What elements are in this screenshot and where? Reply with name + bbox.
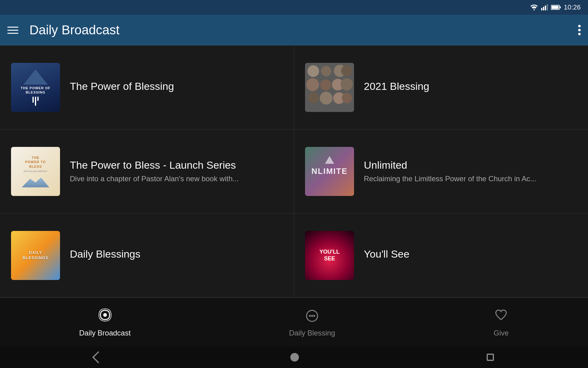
item-info: 2021 Blessing <box>364 80 577 95</box>
svg-rect-0 <box>541 8 542 10</box>
status-bar: 10:26 <box>0 0 588 15</box>
svg-rect-6 <box>552 6 559 9</box>
item-info: Unlimited Reclaiming the Limitless Power… <box>364 159 577 184</box>
item-info: The Power to Bless - Launch Series Dive … <box>70 159 283 184</box>
svg-point-9 <box>309 315 311 317</box>
bottom-nav: Daily Broadcast Daily Blessing Give <box>0 297 588 347</box>
svg-point-7 <box>103 313 107 317</box>
hamburger-menu-icon[interactable] <box>7 27 18 34</box>
top-bar-left: Daily Broadcast <box>7 23 119 37</box>
item-info: You'll See <box>364 248 577 263</box>
svg-rect-2 <box>545 6 546 10</box>
heart-icon <box>493 307 509 326</box>
nav-item-give[interactable]: Give <box>481 304 521 340</box>
item-info: The Power of Blessing <box>70 80 283 95</box>
list-item[interactable]: THE POWER OFBLESSING The Power of Blessi… <box>0 46 294 130</box>
item-subtitle: Dive into a chapter of Pastor Alan's new… <box>70 174 283 184</box>
item-title: 2021 Blessing <box>364 80 577 92</box>
list-item[interactable]: YOU'LLSEE You'll See <box>294 213 588 297</box>
page-title: Daily Broadcast <box>29 23 119 37</box>
home-button[interactable] <box>290 353 299 362</box>
nav-label-daily-blessing: Daily Blessing <box>289 329 335 337</box>
home-icon <box>290 353 299 362</box>
item-title: The Power to Bless - Launch Series <box>70 159 283 171</box>
recent-icon <box>487 354 494 361</box>
recent-apps-button[interactable] <box>487 354 494 361</box>
svg-point-11 <box>313 315 315 317</box>
mountain-graphic <box>22 175 49 187</box>
nav-item-daily-blessing[interactable]: Daily Blessing <box>277 304 348 340</box>
thumbnail-power-to-bless: THEPOWER TOBLESS WITH ALAN WRIGHT <box>11 147 60 196</box>
mountain-graphic <box>23 69 48 85</box>
status-icons: 10:26 <box>530 3 581 11</box>
nav-label-give: Give <box>494 329 509 337</box>
svg-rect-5 <box>560 6 561 8</box>
top-bar: Daily Broadcast <box>0 15 588 45</box>
thumbnail-2021-blessing <box>305 63 354 112</box>
thumb-text: YOU'LLSEE <box>319 249 339 262</box>
triangle-graphic <box>325 156 334 164</box>
status-time: 10:26 <box>564 3 581 11</box>
thumb-subtitle: WITH ALAN WRIGHT <box>24 170 47 173</box>
thumbnail-power-of-blessing: THE POWER OFBLESSING <box>11 63 60 112</box>
content-grid: THE POWER OFBLESSING The Power of Blessi… <box>0 45 588 297</box>
thumb-text: THE POWER OFBLESSING <box>21 86 51 95</box>
signal-icon <box>541 4 548 10</box>
list-item[interactable]: NLIMITE Unlimited Reclaiming the Limitle… <box>294 130 588 214</box>
list-item[interactable]: 2021 Blessing <box>294 46 588 130</box>
circles-graphic <box>305 63 354 112</box>
list-item[interactable]: DAILYBLESSINGS Daily Blessings <box>0 213 294 297</box>
back-button[interactable] <box>94 353 103 362</box>
system-nav-bar <box>0 347 588 368</box>
more-options-icon[interactable] <box>578 25 581 35</box>
back-icon <box>92 351 104 363</box>
item-title: You'll See <box>364 248 577 260</box>
bar-graphic <box>32 97 39 106</box>
thumb-text: DAILYBLESSINGS <box>23 250 48 261</box>
thumbnail-youll-see: YOU'LLSEE <box>305 231 354 280</box>
item-info: Daily Blessings <box>70 248 283 263</box>
thumbnail-unlimited: NLIMITE <box>305 147 354 196</box>
wifi-icon <box>530 4 538 10</box>
item-subtitle: Reclaiming the Limitless Power of the Ch… <box>364 174 577 184</box>
item-title: Unlimited <box>364 159 577 171</box>
list-item[interactable]: THEPOWER TOBLESS WITH ALAN WRIGHT The Po… <box>0 130 294 214</box>
thumb-text: THEPOWER TOBLESS <box>25 155 46 169</box>
thumb-text: NLIMITE <box>311 167 348 176</box>
chat-icon <box>304 307 320 326</box>
svg-rect-1 <box>543 7 544 10</box>
item-title: Daily Blessings <box>70 248 283 260</box>
item-title: The Power of Blessing <box>70 80 283 92</box>
nav-item-daily-broadcast[interactable]: Daily Broadcast <box>67 304 143 340</box>
svg-rect-3 <box>547 4 548 10</box>
battery-icon <box>551 5 561 10</box>
svg-point-10 <box>311 315 313 317</box>
nav-label-daily-broadcast: Daily Broadcast <box>79 329 131 337</box>
thumbnail-daily-blessings: DAILYBLESSINGS <box>11 231 60 280</box>
broadcast-icon <box>97 307 113 326</box>
